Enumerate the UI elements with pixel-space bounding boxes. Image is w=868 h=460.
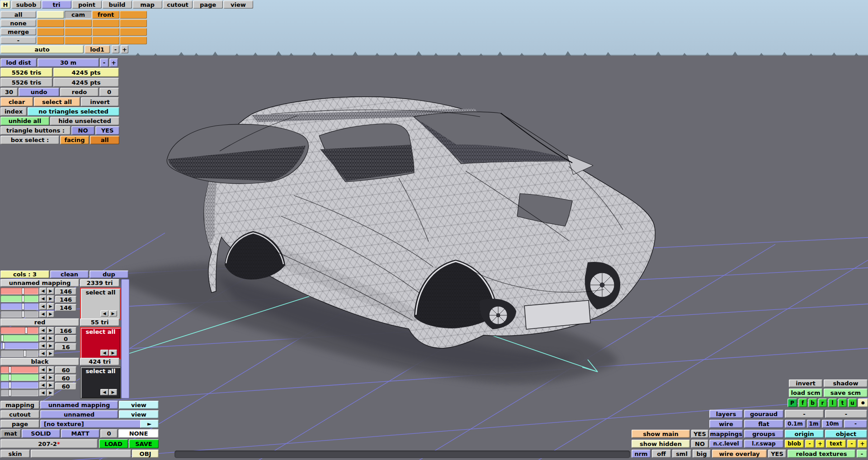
grid-cell[interactable] xyxy=(65,19,92,27)
origin-button[interactable]: origin xyxy=(785,430,824,438)
wire-button[interactable]: wire xyxy=(709,420,743,428)
view-u-button[interactable]: u xyxy=(848,398,857,407)
save-button[interactable]: SAVE xyxy=(129,439,159,448)
menu-page[interactable]: page xyxy=(193,0,223,9)
value-g[interactable]: 60 xyxy=(55,375,76,382)
arrow-left-icon[interactable]: ◀ xyxy=(39,288,47,294)
slider-blue[interactable] xyxy=(0,382,38,389)
menu-tri-active[interactable]: tri xyxy=(42,0,71,9)
flat-button[interactable]: flat xyxy=(744,420,783,428)
arrow-right-icon[interactable]: ▶ xyxy=(47,327,54,334)
mat-number[interactable]: 0 xyxy=(100,429,118,438)
view-p-button[interactable]: P xyxy=(788,398,797,407)
index-button[interactable]: index xyxy=(0,107,27,116)
file-name[interactable]: 207-2* xyxy=(0,439,98,448)
auto-button[interactable]: auto xyxy=(0,45,84,53)
grid-cell[interactable] xyxy=(120,28,147,36)
mat-matt-button[interactable]: MATT xyxy=(61,429,99,438)
view-b-button[interactable]: b xyxy=(808,398,817,407)
slider-green[interactable] xyxy=(0,295,38,302)
grid-10m-button[interactable]: 10m xyxy=(822,420,843,428)
slider-blue[interactable] xyxy=(0,303,38,310)
text-button[interactable]: text xyxy=(826,440,846,448)
box-select-facing[interactable]: facing xyxy=(60,136,89,144)
triangle-buttons-yes[interactable]: YES xyxy=(95,126,119,135)
grid-cell[interactable] xyxy=(120,19,147,27)
menu-subob[interactable]: subob xyxy=(11,0,41,9)
reload-dash-button[interactable]: - xyxy=(857,450,867,458)
grid-dash-button[interactable]: - xyxy=(844,420,867,428)
grid-01m-button[interactable]: 0.1m xyxy=(785,420,806,428)
arrow-right-icon[interactable]: ▶ xyxy=(109,310,117,317)
arrow-left-icon[interactable]: ◀ xyxy=(39,389,47,396)
page-value[interactable]: [no texture] xyxy=(40,420,143,428)
show-main-yes[interactable]: YES xyxy=(691,430,708,438)
grid-cell-front[interactable]: front xyxy=(92,11,119,19)
viewport-3d[interactable] xyxy=(0,0,868,460)
save-scm-button[interactable]: save scm xyxy=(824,389,868,397)
lod-dist-plus[interactable]: + xyxy=(109,58,118,67)
clear-button[interactable]: clear xyxy=(0,97,33,106)
reload-textures-button[interactable]: reload textures xyxy=(788,450,855,458)
layers-button[interactable]: layers xyxy=(709,410,743,418)
mapping-name[interactable]: unnamed mapping xyxy=(0,279,79,287)
arrow-left-icon[interactable]: ◀ xyxy=(100,310,108,317)
arrow-left-icon[interactable]: ◀ xyxy=(100,389,108,395)
select-all-button[interactable]: select all xyxy=(34,97,80,106)
arrow-left-icon[interactable]: ◀ xyxy=(39,311,47,318)
show-hidden-no[interactable]: NO xyxy=(691,440,708,448)
text-plus-button[interactable]: + xyxy=(858,440,867,448)
subob-merge-button[interactable]: merge xyxy=(0,28,36,35)
slider-green[interactable] xyxy=(0,335,38,341)
arrow-left-icon[interactable]: ◀ xyxy=(39,366,47,373)
arrow-right-icon[interactable]: ▶ xyxy=(47,288,54,294)
arrow-right-icon[interactable]: ▶ xyxy=(47,366,54,373)
slider-red[interactable] xyxy=(0,288,38,294)
clean-button[interactable]: clean xyxy=(50,270,89,278)
nclevel-button[interactable]: n.c.level xyxy=(709,440,743,448)
arrow-right-icon[interactable]: ▶ xyxy=(47,311,54,318)
grid-cell[interactable] xyxy=(92,19,119,27)
gouraud-button[interactable]: gouraud xyxy=(744,410,783,418)
groups-button[interactable]: groups xyxy=(744,430,783,438)
object-button[interactable]: object xyxy=(825,430,867,438)
undo-button[interactable]: undo xyxy=(19,88,59,96)
cols-header[interactable]: cols : 3 xyxy=(0,270,49,278)
cutout-view-button[interactable]: view xyxy=(119,410,159,418)
menu-map[interactable]: map xyxy=(132,0,162,9)
grid-cell[interactable] xyxy=(92,37,119,44)
skin-value[interactable] xyxy=(31,450,131,458)
mapping-label[interactable]: mapping xyxy=(0,401,39,409)
menu-build[interactable]: build xyxy=(102,0,132,9)
dup-button[interactable]: dup xyxy=(90,270,128,278)
value-b[interactable]: 146 xyxy=(55,304,76,311)
grid-1m-button[interactable]: 1m xyxy=(807,420,821,428)
value-b[interactable]: 60 xyxy=(55,383,76,390)
arrow-right-icon[interactable]: ▶ xyxy=(47,342,54,349)
value-r[interactable]: 60 xyxy=(55,366,76,374)
value-g[interactable]: 0 xyxy=(55,335,76,342)
dash-button[interactable]: - xyxy=(785,410,824,418)
slider-red[interactable] xyxy=(0,366,38,373)
mappings-button[interactable]: mappings xyxy=(709,430,743,438)
page-label[interactable]: page xyxy=(0,420,39,428)
grid-cell-cam[interactable]: cam xyxy=(65,11,92,19)
hide-unselected-button[interactable]: hide unselected xyxy=(50,117,119,125)
slider-value[interactable] xyxy=(0,311,38,318)
arrow-right-icon[interactable]: ▶ xyxy=(47,295,54,302)
shadow-button[interactable]: shadow xyxy=(824,379,868,387)
lod1-button[interactable]: lod1 xyxy=(85,45,110,53)
nrm-big-button[interactable]: big xyxy=(693,450,711,458)
arrow-left-icon[interactable]: ◀ xyxy=(39,303,47,310)
nrm-off-button[interactable]: off xyxy=(652,450,671,458)
mapping-view-button[interactable]: view xyxy=(119,401,159,409)
slider-red[interactable] xyxy=(0,327,38,334)
nrm-button[interactable]: nrm xyxy=(632,450,651,458)
show-hidden-button[interactable]: show hidden xyxy=(632,440,690,448)
triangle-buttons-no[interactable]: NO xyxy=(71,126,94,135)
color-scrollbar[interactable] xyxy=(121,279,129,398)
slider-value[interactable] xyxy=(0,350,38,357)
arrow-left-icon[interactable]: ◀ xyxy=(39,327,47,334)
arrow-right-icon[interactable]: ▶ xyxy=(109,389,117,395)
arrow-right-icon[interactable]: ▶ xyxy=(47,382,54,389)
